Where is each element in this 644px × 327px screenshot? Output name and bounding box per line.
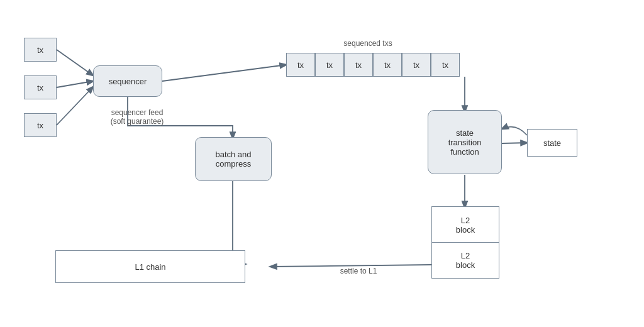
diagram: tx tx tx sequencer sequenced txs tx tx t… bbox=[0, 0, 644, 327]
sequencer-box: sequencer bbox=[93, 65, 162, 97]
sequenced-txs-label: sequenced txs bbox=[327, 39, 409, 48]
tx-input-1: tx bbox=[24, 38, 57, 62]
l2-block-2: L2 block bbox=[431, 242, 499, 279]
seq-tx-4: tx bbox=[373, 53, 402, 77]
state-transition-box: state transition function bbox=[428, 110, 502, 174]
l1-chain-box: L1 chain bbox=[55, 250, 245, 283]
seq-tx-1: tx bbox=[286, 53, 315, 77]
state-box: state bbox=[527, 129, 577, 157]
seq-tx-2: tx bbox=[315, 53, 344, 77]
seq-tx-5: tx bbox=[402, 53, 431, 77]
sequencer-feed-label: sequencer feed(soft guarantee) bbox=[93, 108, 181, 126]
seq-tx-3: tx bbox=[344, 53, 373, 77]
seq-tx-6: tx bbox=[431, 53, 460, 77]
l2-block-1: L2 block bbox=[431, 206, 499, 243]
batch-compress-box: batch and compress bbox=[195, 137, 272, 181]
tx-input-2: tx bbox=[24, 75, 57, 99]
tx-input-3: tx bbox=[24, 113, 57, 137]
settle-to-l1-label: settle to L1 bbox=[321, 267, 396, 275]
